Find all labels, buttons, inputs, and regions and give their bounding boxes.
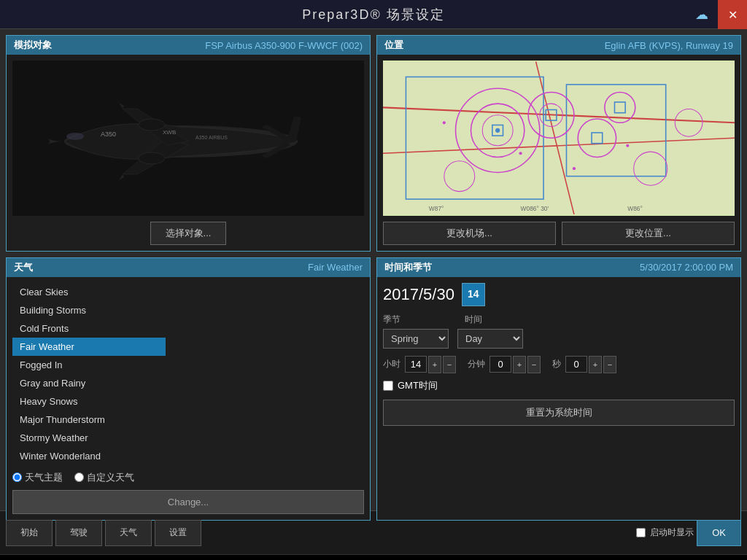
taskbar-game[interactable]: 🎮 (134, 558, 158, 561)
date-display: 2017/5/30 14 (383, 283, 735, 306)
location-panel-header: 位置 Eglin AFB (KVPS), Runway 19 (377, 36, 740, 55)
change-airport-button[interactable]: 更改机场... (383, 222, 556, 245)
weather-preview: 天气主题 自定义天气 Change... (12, 465, 364, 514)
time-controls: 2017/5/30 14 季节 时间 SpringSummerAutumnWin… (383, 283, 735, 514)
weather-panel-title: 天气 (14, 261, 33, 274)
minute-decrement[interactable]: − (527, 356, 541, 373)
location-panel-subtitle: Eglin AFB (KVPS), Runway 19 (605, 40, 733, 51)
weather-theme-label: 天气主题 (25, 471, 63, 484)
weather-theme-radio[interactable]: 天气主题 (12, 471, 63, 484)
location-panel: 位置 Eglin AFB (KVPS), Runway 19 (376, 35, 741, 252)
hour-label: 小时 (383, 358, 400, 370)
weather-list: Clear SkiesBuilding StormsCold FrontsFai… (12, 283, 166, 465)
second-increment[interactable]: + (589, 356, 602, 373)
time-of-day-select[interactable]: DayDawnDuskNight (457, 329, 523, 349)
calendar-icon[interactable]: 14 (462, 283, 485, 306)
weather-options: 天气主题 自定义天气 (12, 471, 364, 484)
time-panel-subtitle: 5/30/2017 2:00:00 PM (640, 262, 733, 273)
hour-decrement[interactable]: − (443, 356, 456, 373)
aircraft-svg: A350 A350 AIRBUS XWB (35, 72, 341, 203)
time-panel-title: 时间和季节 (384, 261, 432, 274)
second-spinner: 秒 0 + − (552, 356, 616, 373)
taskbar-settings[interactable]: ⚙️ (55, 558, 79, 561)
change-weather-button[interactable]: Change... (12, 490, 364, 514)
weather-panel-body: Clear SkiesBuilding StormsCold FrontsFai… (7, 277, 370, 520)
weather-item[interactable]: Major Thunderstorm (12, 411, 166, 429)
time-spinners: 小时 14 + − 分钟 0 + − 秒 0 + (383, 356, 735, 373)
season-time-selects: SpringSummerAutumnWinter DayDawnDuskNigh… (383, 329, 735, 349)
weather-item[interactable]: Cold Fronts (12, 319, 166, 338)
weather-item[interactable]: Clear Skies (12, 283, 166, 301)
weather-item[interactable]: Building Storms (12, 301, 166, 319)
minute-label: 分钟 (468, 358, 485, 370)
title-bar: Prepar3D® 场景设定 ☁ ✕ (0, 0, 747, 29)
taskbar-gallery[interactable]: 🖼️ (108, 558, 131, 561)
aircraft-image: A350 A350 AIRBUS XWB (12, 61, 364, 216)
svg-text:A350 AIRBUS: A350 AIRBUS (196, 135, 228, 140)
select-object-button[interactable]: 选择对象... (150, 222, 227, 245)
weather-item[interactable]: Heavy Snows (12, 392, 166, 411)
svg-text:XWB: XWB (163, 129, 176, 136)
weather-item[interactable]: Gray and Rainy (12, 374, 166, 392)
weather-panel: 天气 Fair Weather Clear SkiesBuilding Stor… (6, 257, 371, 521)
svg-point-4 (139, 119, 165, 131)
time-panel-body: 2017/5/30 14 季节 时间 SpringSummerAutumnWin… (377, 277, 740, 520)
svg-point-3 (139, 152, 165, 164)
second-decrement[interactable]: − (603, 356, 616, 373)
hour-increment[interactable]: + (428, 356, 441, 373)
season-time-labels: 季节 时间 (383, 314, 735, 326)
change-location-button[interactable]: 更改位置... (562, 222, 735, 245)
settings-button[interactable]: 设置 (155, 520, 201, 546)
taskbar-browser[interactable]: 🌐 (29, 558, 53, 561)
custom-weather-radio[interactable]: 自定义天气 (74, 471, 134, 484)
aircraft-panel-subtitle: FSP Airbus A350-900 F-WWCF (002) (205, 40, 363, 51)
taskbar: 🟢 🌐 ⚙️ 🌤️ 🖼️ 🎮 🔵 ∧ 📶 🔊 🔋 📡 (0, 554, 747, 560)
svg-rect-9 (383, 61, 735, 214)
ok-button[interactable]: OK (697, 520, 741, 546)
season-label: 季节 (383, 314, 456, 326)
weather-item[interactable]: Stormy Weather (12, 429, 166, 447)
taskbar-weather[interactable]: 🌤️ (82, 558, 105, 561)
weather-item[interactable]: Fogged In (12, 356, 166, 374)
cloud-icon: ☁ (689, 0, 715, 29)
minute-value: 0 (489, 356, 511, 373)
initial-button[interactable]: 初始 (6, 520, 53, 546)
second-value: 0 (565, 356, 587, 373)
map-display: W87° W086° 30' W86° (383, 61, 735, 216)
weather-panel-subtitle: Fair Weather (308, 262, 363, 273)
weather-item[interactable]: Fair Weather (12, 338, 166, 356)
gmt-label: GMT时间 (398, 379, 438, 392)
weather-bottom-button[interactable]: 天气 (105, 520, 152, 546)
second-label: 秒 (552, 358, 561, 370)
hour-value: 14 (405, 356, 427, 373)
date-text: 2017/5/30 (383, 285, 454, 304)
weather-item[interactable]: Winter Wonderland (12, 447, 166, 465)
drive-button[interactable]: 驾驶 (55, 520, 102, 546)
location-panel-title: 位置 (384, 39, 403, 52)
aircraft-panel: 模拟对象 FSP Airbus A350-900 F-WWCF (002) (6, 35, 371, 252)
app-title: Prepar3D® 场景设定 (302, 6, 444, 23)
reset-time-button[interactable]: 重置为系统时间 (383, 400, 735, 426)
weather-panel-header: 天气 Fair Weather (7, 258, 370, 277)
aircraft-panel-body: A350 A350 AIRBUS XWB 选择对象... (7, 55, 370, 251)
close-button[interactable]: ✕ (718, 0, 747, 29)
taskbar-app[interactable]: 🔵 (160, 558, 184, 561)
season-select[interactable]: SpringSummerAutumnWinter (383, 329, 449, 349)
location-panel-body: W87° W086° 30' W86° 更改机场... 更改位置... (377, 55, 740, 251)
time-panel-header: 时间和季节 5/30/2017 2:00:00 PM (377, 258, 740, 277)
startup-checkbox[interactable] (636, 528, 646, 537)
calendar-day: 14 (468, 289, 479, 300)
hour-spinner: 小时 14 + − (383, 356, 456, 373)
taskbar-start[interactable]: 🟢 (3, 558, 26, 561)
main-content: 模拟对象 FSP Airbus A350-900 F-WWCF (002) (0, 29, 747, 510)
time-panel: 时间和季节 5/30/2017 2:00:00 PM 2017/5/30 14 … (376, 257, 741, 521)
gmt-checkbox[interactable] (383, 381, 393, 391)
svg-point-33 (443, 121, 446, 124)
svg-point-32 (626, 144, 629, 147)
svg-point-31 (573, 167, 576, 170)
svg-text:A350: A350 (101, 131, 116, 138)
map-buttons: 更改机场... 更改位置... (383, 222, 735, 245)
minute-increment[interactable]: + (513, 356, 526, 373)
svg-text:W086° 30': W086° 30' (521, 205, 549, 212)
svg-point-30 (519, 152, 522, 155)
